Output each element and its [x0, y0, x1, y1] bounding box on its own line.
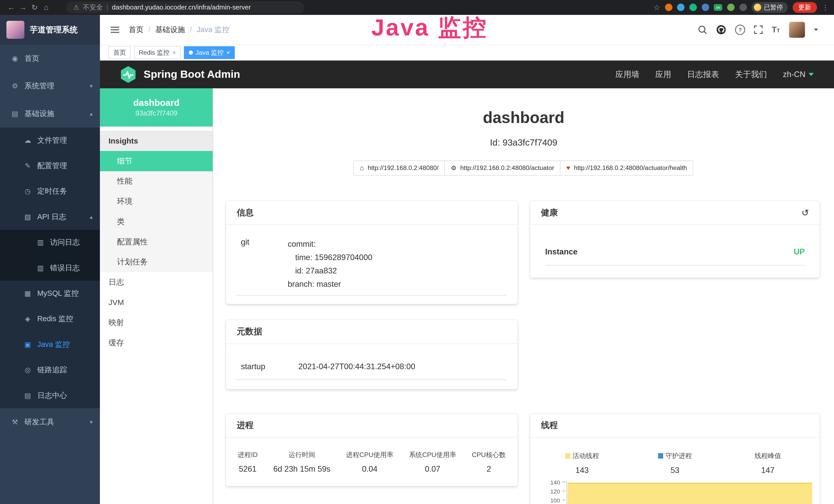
active-dot-icon: [189, 51, 193, 55]
sba-item-metrics[interactable]: 性能: [100, 171, 213, 191]
extension-icon[interactable]: [665, 4, 673, 11]
sidebar-item-error-logs[interactable]: ▥错误日志: [0, 255, 100, 281]
back-icon[interactable]: ←: [5, 3, 17, 12]
process-col: 进程CPU使用率0.04: [346, 450, 393, 474]
sba-frame: Spring Boot Admin 应用墙 应用 日志报表 关于我们 zh-CN: [100, 61, 834, 504]
chevron-up-icon: ▴: [90, 214, 92, 220]
tab-redis-monitor[interactable]: Redis 监控×: [134, 46, 181, 59]
address-bar[interactable]: ⚠ 不安全 | dashboard.yudao.iocoder.cn/infra…: [66, 2, 304, 13]
hamburger-icon[interactable]: [108, 24, 121, 35]
sidebar-item-home[interactable]: ◉首页: [0, 45, 100, 72]
extension-icon[interactable]: [702, 4, 709, 11]
sba-item-mappings[interactable]: 映射: [100, 313, 213, 333]
sidebar-item-mysql-monitor[interactable]: ▦MySQL 监控: [0, 281, 100, 306]
update-button[interactable]: 更新: [793, 2, 817, 13]
screen: ← → ↻ ⌂ ⚠ 不安全 | dashboard.yudao.iocoder.…: [0, 0, 834, 504]
threads-chart: 140 120 100: [530, 474, 820, 504]
bookmark-star-icon[interactable]: ☆: [654, 3, 660, 12]
sidebar-item-scheduled-tasks[interactable]: ◷定时任务: [0, 179, 100, 204]
y-tick-label: 120: [530, 488, 560, 495]
sidebar-item-dev-tools[interactable]: ⚒研发工具▾: [0, 408, 100, 436]
breadcrumb-section[interactable]: 基础设施: [155, 25, 185, 35]
puzzle-extension-icon[interactable]: [740, 4, 747, 11]
sba-item-loggers[interactable]: 日志: [100, 272, 213, 293]
y-tick-label: 100: [530, 497, 560, 504]
sidebar-item-api-logs[interactable]: ▧API 日志▴: [0, 204, 100, 230]
info-value: commit: time: 1596289704000 id: 27aa832 …: [288, 237, 372, 291]
app-title: 芋道管理系统: [30, 24, 78, 35]
help-icon[interactable]: ?: [735, 25, 745, 35]
sidebar-item-access-logs[interactable]: ▥访问日志: [0, 230, 100, 255]
close-icon[interactable]: ×: [226, 49, 230, 56]
service-url-link[interactable]: ⌂http://192.168.0.2:48080/: [353, 160, 445, 176]
trace-icon: ◎: [23, 366, 32, 374]
user-menu-caret-icon[interactable]: [814, 28, 818, 31]
url-text[interactable]: dashboard.yudao.iocoder.cn/infra/admin-s…: [112, 4, 251, 11]
metadata-value: 2021-04-27T00:44:31.254+08:00: [299, 360, 415, 373]
browser-home-icon[interactable]: ⌂: [40, 3, 52, 12]
heart-icon: ♥: [566, 164, 570, 171]
actuator-url-link[interactable]: ⚙http://192.168.0.2:48080/actuator: [444, 160, 561, 176]
sba-item-beans[interactable]: 类: [100, 211, 213, 232]
sba-item-details[interactable]: 细节: [100, 151, 213, 171]
sba-logo-icon: [119, 66, 137, 84]
extension-icon[interactable]: [727, 4, 734, 11]
sba-nav-about[interactable]: 关于我们: [735, 69, 767, 80]
breadcrumb-home[interactable]: 首页: [129, 25, 144, 35]
breadcrumb: 首页 / 基础设施 / Java 监控: [129, 25, 229, 35]
breadcrumb-separator: /: [149, 25, 151, 34]
font-size-icon[interactable]: TT: [772, 25, 780, 35]
app-logo-row[interactable]: 芋道管理系统: [0, 15, 100, 45]
reload-icon[interactable]: ↻: [29, 3, 41, 12]
switch-on-extension-icon[interactable]: on: [714, 4, 722, 11]
wrench-icon: ⚙: [451, 164, 456, 172]
sidebar-item-file-manage[interactable]: ☁文件管理: [0, 128, 100, 153]
instance-header[interactable]: dashboard 93a3fc7f7409: [100, 88, 213, 127]
health-url-link[interactable]: ♥http://192.168.0.2:48080/actuator/healt…: [560, 160, 693, 176]
tab-java-monitor[interactable]: Java 监控×: [184, 46, 235, 59]
user-avatar[interactable]: [789, 22, 805, 38]
sba-nav-journal[interactable]: 日志报表: [687, 69, 719, 80]
github-icon[interactable]: [716, 25, 726, 35]
app-logo-avatar: [6, 21, 24, 39]
close-icon[interactable]: ×: [172, 49, 176, 56]
tab-home[interactable]: 首页: [108, 46, 131, 59]
sba-item-jvm[interactable]: JVM: [100, 293, 213, 313]
sba-nav-wallboard[interactable]: 应用墙: [615, 69, 639, 80]
sidebar-item-log-center[interactable]: ▤日志中心: [0, 383, 100, 408]
fullscreen-icon[interactable]: [754, 25, 763, 34]
instance-id: 93a3fc7f7409: [135, 109, 177, 117]
sidebar-item-redis-monitor[interactable]: ◈Redis 监控: [0, 306, 100, 332]
tools-icon: ⚒: [10, 418, 19, 426]
sba-brand[interactable]: Spring Boot Admin: [119, 66, 240, 84]
search-icon[interactable]: [698, 25, 707, 34]
sidebar-item-infrastructure[interactable]: ▤基础设施▴: [0, 100, 100, 128]
sidebar-item-config-manage[interactable]: ✎配置管理: [0, 153, 100, 179]
info-git-row: git commit: time: 1596289704000 id: 27aa…: [237, 237, 507, 296]
sba-item-caches[interactable]: 缓存: [100, 333, 213, 353]
browser-menu-icon[interactable]: ⋮: [822, 3, 829, 12]
chevron-down-icon: [809, 73, 814, 76]
history-icon[interactable]: ↺: [802, 207, 809, 218]
sba-item-environment[interactable]: 环境: [100, 191, 213, 211]
metadata-row: startup 2021-04-27T00:44:31.254+08:00: [237, 360, 507, 380]
security-label[interactable]: 不安全: [83, 3, 103, 12]
app-menu: ◉首页 ⚙系统管理▾ ▤基础设施▴ ☁文件管理 ✎配置管理 ◷定时任务 ▧API…: [0, 45, 100, 504]
process-col: CPU核心数2: [472, 450, 506, 474]
sidebar-item-java-monitor[interactable]: ▣Java 监控: [0, 332, 100, 357]
extension-icon[interactable]: [677, 4, 684, 11]
browser-toolbar-right: ☆ on 已暂停 更新 ⋮: [654, 2, 829, 13]
forward-icon[interactable]: →: [17, 3, 29, 12]
sidebar-item-system[interactable]: ⚙系统管理▾: [0, 72, 100, 100]
profile-paused-badge[interactable]: 已暂停: [751, 2, 788, 13]
sba-nav-applications[interactable]: 应用: [655, 69, 671, 80]
sba-item-scheduled[interactable]: 计划任务: [100, 252, 213, 272]
threads-card: 线程 活动线程 143 守护进程 53: [530, 414, 820, 504]
sba-item-config-props[interactable]: 配置属性: [100, 232, 213, 252]
locale-select[interactable]: zh-CN: [783, 70, 814, 79]
chevron-up-icon: ▴: [90, 111, 92, 117]
home-icon: ⌂: [360, 164, 364, 172]
metadata-card-title: 元数据: [226, 320, 518, 344]
extension-icon[interactable]: [689, 4, 697, 11]
sidebar-item-trace[interactable]: ◎链路追踪: [0, 357, 100, 383]
